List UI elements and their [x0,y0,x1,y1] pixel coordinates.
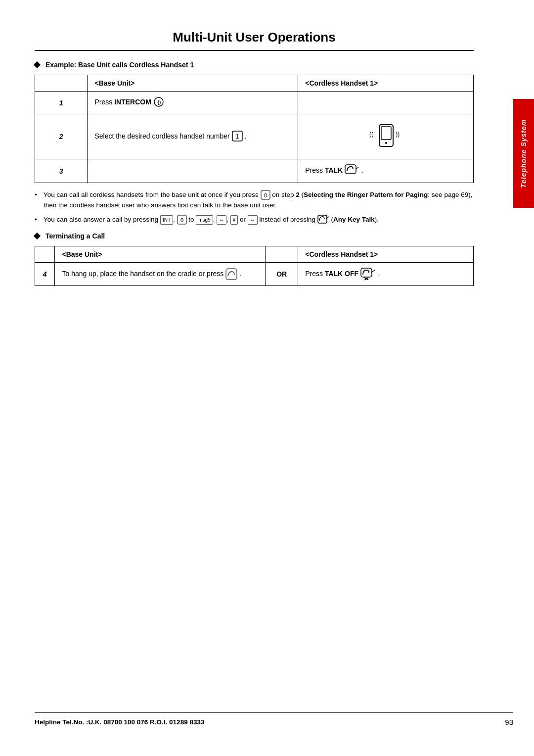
diamond-icon [34,61,41,68]
step-1-cordless [298,92,474,114]
instruction-table-1: <Base Unit> <Cordless Handset 1> 1 Press… [35,75,474,183]
main-content: Multi-Unit User Operations Example: Base… [0,0,513,323]
step-1-base: Press INTERCOM ·)) [88,92,298,114]
note-1: You can call all cordless handsets from … [35,190,474,211]
talk-label: TALK [325,166,343,174]
side-tab-label: Telephone System [520,119,528,188]
num-0b-icon: 0 [177,215,187,225]
svg-text:·)): ·)) [156,100,161,105]
svg-rect-9 [345,165,356,174]
talk-off-icon [360,268,376,281]
section1-heading: Example: Base Unit calls Cordless Handse… [35,61,474,69]
step-2-row: 2 Select the desired cordless handset nu… [35,114,474,159]
page-wrapper: Telephone System Multi-Unit User Operati… [0,0,534,756]
svg-text:((: (( [369,131,375,138]
step-2-number: 2 [35,114,88,159]
th2-or [266,246,298,262]
phone-ringing-icon: (( )) [305,119,466,154]
section2-heading: Terminating a Call [35,232,474,240]
step-3-row: 3 Press TALK . [35,159,474,183]
num-1-icon: 1 [232,131,243,143]
step-4-cordless: Press TALK OFF . [298,262,474,285]
step-2-base: Select the desired cordless handset numb… [88,114,298,159]
talk-icon-note [317,215,329,225]
th2-base-unit: <Base Unit> [55,246,266,262]
step-3-number: 3 [35,159,88,183]
step-1-row: 1 Press INTERCOM ·)) [35,92,474,114]
msg9-icon: msg9 [196,215,213,225]
footer-page-number: 93 [505,718,513,726]
section2-heading-text: Terminating a Call [45,232,105,240]
step-1-number: 1 [35,92,88,114]
svg-rect-17 [226,269,237,280]
th-empty [35,75,88,92]
svg-text:)): )) [394,131,400,138]
notes-section: You can call all cordless handsets from … [35,190,474,225]
intercom-icon: ·)) [153,96,169,109]
svg-text:0: 0 [180,217,183,223]
step-3-cordless: Press TALK . [298,159,474,183]
step-4-base: To hang up, place the handset on the cra… [55,262,266,285]
note-2: You can also answer a call by pressing I… [35,215,474,225]
num-0-icon: 0 [261,190,270,200]
footer-helpline: Helpline Tel.No. :U.K. 08700 100 076 R.O… [35,718,204,726]
arrow-icon: ↔ [217,215,226,225]
step-2-cordless: (( )) [298,114,474,159]
th2-empty [35,246,55,262]
step-4-number: 4 [35,262,55,285]
hash-icon: # [230,215,238,225]
alt-icon: ↔ [248,215,258,225]
talk-off-label: TALK OFF [325,270,358,278]
step-3-base [88,159,298,183]
or-label: OR [266,262,298,285]
intercom-label: INTERCOM [114,98,151,106]
diamond-icon-2 [34,233,41,239]
svg-text:1: 1 [235,133,239,140]
th-cordless-handset: <Cordless Handset 1> [298,75,474,92]
instruction-table-2: <Base Unit> <Cordless Handset 1> 4 To ha… [35,246,474,286]
step-4-row: 4 To hang up, place the handset on the c… [35,262,474,285]
int-icon: INT [160,215,173,225]
cradle-icon [225,268,237,280]
svg-point-7 [385,142,387,144]
svg-text:0: 0 [264,192,267,198]
talk-icon [345,164,359,178]
th-base-unit: <Base Unit> [88,75,298,92]
svg-rect-18 [361,268,372,277]
page-title: Multi-Unit User Operations [35,30,474,51]
svg-rect-6 [381,127,391,140]
side-tab: Telephone System [513,99,534,208]
page-footer: Helpline Tel.No. :U.K. 08700 100 076 R.O… [35,712,513,726]
th2-cordless-handset: <Cordless Handset 1> [298,246,474,262]
